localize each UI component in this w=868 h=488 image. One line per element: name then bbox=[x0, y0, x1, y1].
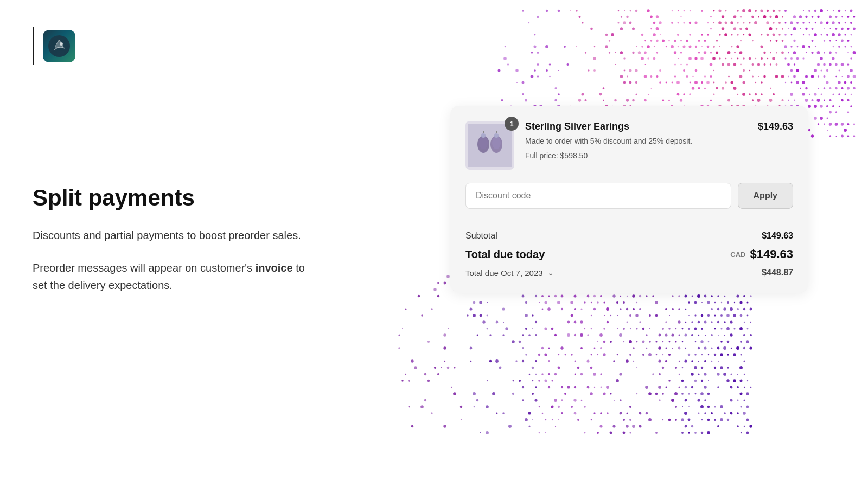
product-image-wrap: 1 bbox=[465, 121, 514, 170]
svg-point-6 bbox=[492, 136, 501, 149]
page-heading: Split payments bbox=[33, 184, 315, 211]
discount-row: Apply bbox=[465, 183, 793, 209]
vertical-divider bbox=[33, 27, 34, 65]
subtotal-label: Subtotal bbox=[465, 231, 497, 241]
total-oct-label[interactable]: Total due Oct 7, 2023 ⌄ bbox=[465, 268, 554, 278]
total-today-value-wrap: CAD $149.63 bbox=[730, 247, 793, 261]
subtotal-row: Subtotal $149.63 bbox=[465, 231, 793, 241]
product-info: Sterling Silver Earings Made to order wi… bbox=[525, 121, 747, 160]
svg-point-5 bbox=[479, 136, 488, 149]
product-row: 1 Sterling Silver Earings Made to order … bbox=[465, 121, 793, 170]
total-oct-value: $448.87 bbox=[762, 268, 793, 278]
chevron-down-icon: ⌄ bbox=[547, 268, 554, 277]
decorative-dots-bottom bbox=[380, 271, 760, 445]
svg-point-8 bbox=[494, 133, 499, 138]
app-logo bbox=[43, 30, 75, 62]
logo-section bbox=[33, 27, 315, 65]
subtotal-value: $149.63 bbox=[762, 231, 793, 241]
total-oct-row: Total due Oct 7, 2023 ⌄ $448.87 bbox=[465, 268, 793, 278]
product-price: $149.63 bbox=[758, 121, 793, 132]
product-quantity-badge: 1 bbox=[505, 117, 519, 131]
total-today-label: Total due today bbox=[465, 248, 545, 261]
product-description: Made to order with 5% discount and 25% d… bbox=[525, 136, 747, 147]
product-name: Sterling Silver Earings bbox=[525, 121, 747, 132]
discount-code-input[interactable] bbox=[465, 183, 731, 209]
paragraph-2: Preorder messages will appear on custome… bbox=[33, 259, 315, 294]
svg-rect-2 bbox=[468, 124, 512, 167]
apply-discount-button[interactable]: Apply bbox=[738, 183, 793, 209]
paragraph-1: Discounts and partial payments to boost … bbox=[33, 227, 315, 244]
left-panel: Split payments Discounts and partial pay… bbox=[33, 27, 315, 309]
svg-point-1 bbox=[60, 42, 63, 46]
svg-point-7 bbox=[481, 133, 486, 138]
product-full-price: Full price: $598.50 bbox=[525, 151, 747, 160]
currency-badge: CAD bbox=[730, 251, 745, 259]
total-today-row: Total due today CAD $149.63 bbox=[465, 247, 793, 261]
payment-card: 1 Sterling Silver Earings Made to order … bbox=[450, 106, 808, 293]
total-today-value: $149.63 bbox=[750, 247, 793, 261]
divider bbox=[465, 222, 793, 222]
